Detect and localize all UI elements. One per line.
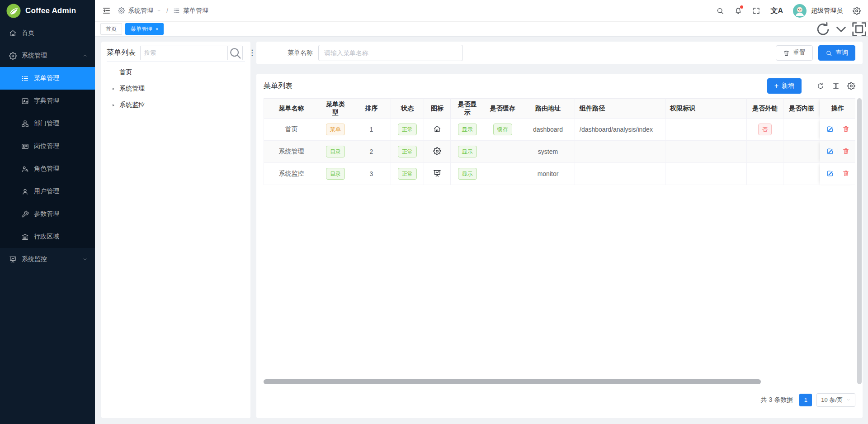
tree-search-button[interactable] (227, 46, 243, 60)
sidebar-item-label: 字典管理 (34, 97, 59, 105)
table-row: 首页菜单1正常显示缓存dashboard/dashboard/analysis/… (264, 119, 856, 141)
breadcrumb-item-system[interactable]: 系统管理 (128, 7, 153, 15)
sidebar-item-user-management[interactable]: 用户管理 (0, 180, 95, 203)
tab-home[interactable]: 首页 (100, 23, 122, 35)
caret-right-icon[interactable] (111, 103, 116, 108)
chevron-up-icon (82, 53, 88, 58)
sidebar-item-param-management[interactable]: 参数管理 (0, 203, 95, 225)
user-menu[interactable]: 超级管理员 (793, 4, 843, 18)
cell-cache: 缓存 (484, 119, 521, 141)
tree-item-system-management[interactable]: 系统管理 (107, 81, 245, 97)
sidebar-item-role-management[interactable]: 角色管理 (0, 157, 95, 180)
department-icon (21, 120, 29, 128)
column-header-route: 路由地址 (521, 99, 575, 119)
translate-icon[interactable]: 文A (770, 7, 783, 14)
tree-search (140, 46, 243, 60)
gear-icon (433, 147, 441, 155)
query-button[interactable]: 查询 (818, 45, 855, 61)
refresh-table-icon[interactable] (816, 82, 825, 90)
sidebar-item-label: 部门管理 (34, 119, 59, 128)
table-viewport: 菜单名称菜单类型排序状态图标是否显示是否缓存路由地址组件路径权限标识是否外链是否… (264, 98, 855, 379)
row-actions (826, 125, 849, 133)
sidebar-item-dictionary-management[interactable]: 字典管理 (0, 90, 95, 112)
menu-table-card: 菜单列表 + 新增 菜单名称菜单类 (256, 74, 863, 418)
sidebar-item-label: 岗位管理 (34, 142, 59, 150)
visible-tag: 显示 (458, 168, 477, 180)
notification-bell-icon[interactable] (734, 7, 742, 15)
cell-icon (424, 141, 451, 163)
refresh-tab-icon[interactable] (814, 22, 832, 37)
tab-label: 首页 (106, 25, 117, 33)
role-icon (21, 165, 29, 173)
post-icon (21, 143, 29, 150)
menu-tree-panel: 菜单列表 ⋮ 首页系统管理系统监控 (101, 42, 250, 418)
table-toolbar: + 新增 (767, 78, 855, 94)
gear-icon (118, 7, 125, 14)
delete-row-icon[interactable] (842, 125, 849, 133)
sidebar-item-system-management[interactable]: 系统管理 (0, 44, 95, 67)
edit-row-icon[interactable] (826, 170, 834, 177)
add-button[interactable]: + 新增 (767, 78, 802, 94)
avatar (793, 4, 807, 18)
page-size-select[interactable]: 10 条/页 (816, 393, 855, 407)
vertical-scrollbar-thumb[interactable] (857, 98, 862, 384)
sidebar-item-region-management[interactable]: 行政区域 (0, 225, 95, 248)
cell-type: 目录 (319, 163, 352, 185)
table-card-header: 菜单列表 + 新增 (264, 74, 855, 98)
table-header-row: 菜单名称菜单类型排序状态图标是否显示是否缓存路由地址组件路径权限标识是否外链是否… (264, 99, 856, 119)
pagination: 共 3 条数据 1 10 条/页 (264, 384, 855, 418)
logo: Coffee Admin (0, 0, 95, 22)
sidebar-item-department-management[interactable]: 部门管理 (0, 112, 95, 135)
external-tag: 否 (758, 124, 772, 135)
action-divider (838, 170, 838, 176)
reset-button[interactable]: 重置 (776, 45, 813, 61)
delete-row-icon[interactable] (842, 148, 849, 155)
sidebar-item-menu-management[interactable]: 菜单管理 (0, 67, 95, 90)
sidebar-item-home[interactable]: 首页 (0, 22, 95, 44)
horizontal-scrollbar-thumb[interactable] (264, 379, 761, 384)
tab-label: 菜单管理 (131, 25, 152, 33)
sidebar-item-label: 首页 (22, 29, 34, 37)
tree-item-home[interactable]: 首页 (107, 64, 245, 81)
query-button-label: 查询 (835, 49, 848, 57)
column-header-external: 是否外链 (747, 99, 783, 119)
toggle-fullscreen-icon[interactable] (850, 22, 868, 37)
pagination-page-1[interactable]: 1 (799, 394, 812, 406)
table-card-title: 菜单列表 (264, 81, 292, 91)
close-tab-icon[interactable]: × (156, 26, 158, 32)
density-icon[interactable] (832, 82, 840, 90)
page-size-label: 10 条/页 (821, 396, 843, 404)
home-icon (9, 29, 17, 37)
sidebar-item-system-monitor[interactable]: 系统监控 (0, 248, 95, 271)
tab-menu-management[interactable]: 菜单管理× (125, 23, 164, 35)
cell-embedded (783, 119, 820, 141)
delete-row-icon[interactable] (842, 170, 849, 177)
horizontal-scrollbar[interactable] (264, 379, 855, 384)
edit-row-icon[interactable] (826, 125, 834, 133)
tree-search-input[interactable] (140, 46, 227, 60)
reset-button-label: 重置 (793, 49, 806, 57)
cell-order: 2 (352, 141, 391, 163)
cell-route: monitor (521, 163, 575, 185)
tab-dropdown-icon[interactable] (832, 22, 850, 37)
tree-more-icon[interactable]: ⋮ (247, 49, 257, 57)
tabs: 首页菜单管理× (100, 23, 167, 35)
fullscreen-icon[interactable] (752, 7, 760, 15)
filter-label: 菜单名称 (288, 49, 313, 57)
column-header-component: 组件路径 (575, 99, 665, 119)
settings-gear-icon[interactable] (853, 7, 861, 15)
sidebar-item-label: 系统监控 (22, 255, 47, 263)
edit-row-icon[interactable] (826, 148, 834, 155)
menu-list-icon (173, 7, 180, 14)
tree-item-label: 系统管理 (119, 85, 145, 93)
column-settings-gear-icon[interactable] (847, 82, 855, 90)
search-icon[interactable] (716, 7, 724, 15)
cell-type: 目录 (319, 141, 352, 163)
tree-panel-header: 菜单列表 ⋮ (107, 45, 245, 62)
column-header-icon: 图标 (424, 99, 451, 119)
collapse-sidebar-icon[interactable] (102, 6, 111, 15)
tree-item-system-monitor[interactable]: 系统监控 (107, 97, 245, 113)
caret-right-icon[interactable] (111, 86, 116, 91)
sidebar-item-post-management[interactable]: 岗位管理 (0, 135, 95, 157)
menu-name-input[interactable] (318, 45, 463, 61)
